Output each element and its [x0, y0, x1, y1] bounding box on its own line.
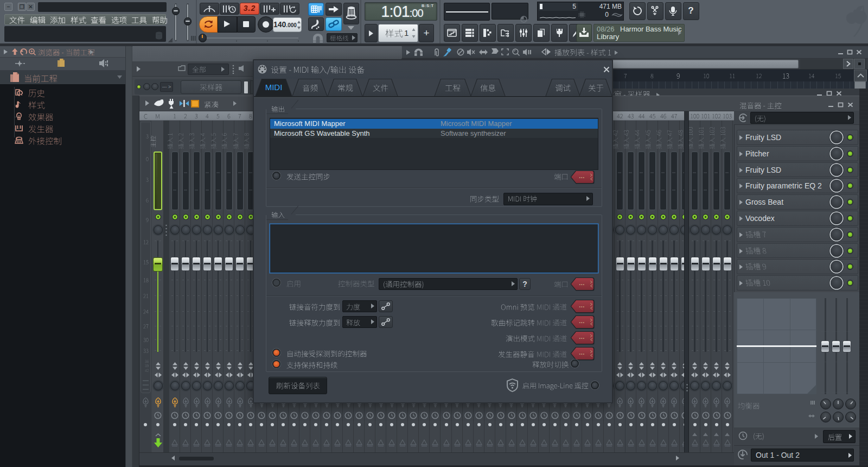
- svg-text:?: ?: [688, 5, 693, 16]
